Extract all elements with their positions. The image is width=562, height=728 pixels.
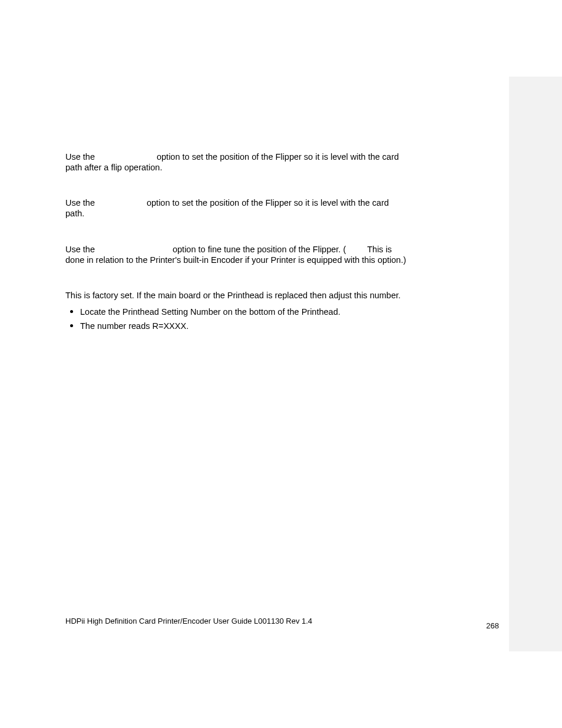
section-flipper-after-flip: Use theoption to set the position of the…: [65, 151, 501, 173]
page-number: 268: [486, 621, 499, 630]
paragraph: path after a flip operation.: [65, 162, 501, 173]
bullet-list: Locate the Printhead Setting Number on t…: [65, 307, 501, 331]
text-fragment: Use the: [65, 152, 95, 162]
list-item: The number reads R=XXXX.: [65, 321, 501, 331]
paragraph: Use theoption to set the position of the…: [65, 197, 501, 208]
text-fragment: option to fine tune the position of the …: [173, 245, 346, 254]
paragraph: path.: [65, 208, 501, 219]
paragraph: Use theoption to set the position of the…: [65, 151, 501, 162]
text-fragment: Use the: [65, 198, 95, 207]
right-margin-shade: [509, 77, 562, 651]
list-item: Locate the Printhead Setting Number on t…: [65, 307, 501, 317]
text-fragment: This is: [367, 245, 392, 254]
section-flipper-level: Use theoption to set the position of the…: [65, 197, 501, 219]
text-fragment: option to set the position of the Flippe…: [157, 152, 399, 162]
footer-title: HDPii High Definition Card Printer/Encod…: [65, 617, 312, 625]
page-footer: HDPii High Definition Card Printer/Encod…: [65, 617, 501, 630]
list-item-text: The number reads R=XXXX.: [80, 321, 189, 331]
text-fragment: option to set the position of the Flippe…: [147, 198, 389, 207]
paragraph: Use theoption to fine tune the position …: [65, 244, 501, 255]
section-printhead-setting: This is factory set. If the main board o…: [65, 290, 501, 331]
paragraph: done in relation to the Printer's built-…: [65, 255, 501, 265]
content-area: Use theoption to set the position of the…: [65, 151, 501, 356]
section-flipper-fine-tune: Use theoption to fine tune the position …: [65, 244, 501, 265]
list-item-text: Locate the Printhead Setting Number on t…: [80, 307, 340, 317]
paragraph: This is factory set. If the main board o…: [65, 290, 501, 301]
text-fragment: Use the: [65, 245, 95, 254]
page: Use theoption to set the position of the…: [0, 0, 562, 728]
bullet-icon: [70, 324, 73, 327]
bullet-icon: [70, 310, 73, 313]
